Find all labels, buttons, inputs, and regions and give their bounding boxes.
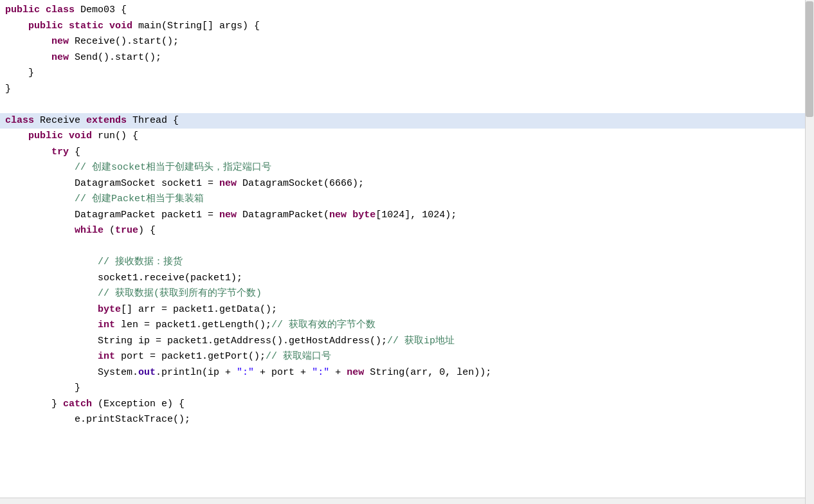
- code-area[interactable]: public class Demo03 { public static void…: [0, 0, 805, 504]
- plain-token: e.printStackTrace();: [5, 414, 190, 425]
- line-content: public static void main(String[] args) {: [0, 19, 260, 34]
- code-line: class Receive extends Thread {: [0, 113, 805, 129]
- comment-token: // 创建socket相当于创建码头，指定端口号: [5, 162, 271, 173]
- line-content: socket1.receive(packet1);: [0, 271, 242, 286]
- code-line: while (true) {: [0, 223, 805, 239]
- code-line: [0, 239, 805, 255]
- code-lines: public class Demo03 { public static void…: [0, 3, 805, 428]
- line-content: DatagramSocket socket1 = new DatagramSoc…: [0, 177, 364, 192]
- kw-token: public: [5, 4, 40, 15]
- kw-token: new: [347, 367, 364, 378]
- plain-token: len = packet1.getLength();: [115, 320, 271, 330]
- kw-token: new: [219, 178, 237, 189]
- kw-token: class: [5, 115, 34, 126]
- kw-token: int: [98, 351, 115, 362]
- line-content: // 创建Packet相当于集装箱: [0, 192, 204, 207]
- vertical-scrollbar[interactable]: [805, 0, 814, 504]
- line-content: }: [0, 381, 80, 396]
- plain-token: [5, 147, 51, 158]
- plain-token: (Exception e) {: [92, 399, 185, 410]
- kw-token: new: [329, 210, 347, 221]
- dot-out-token: out: [138, 367, 156, 378]
- code-line: int port = packet1.getPort();// 获取端口号: [0, 349, 805, 365]
- plain-token: ) {: [138, 225, 156, 236]
- plain-token: [5, 225, 75, 236]
- plain-token: [104, 21, 109, 32]
- kw-token: new: [51, 52, 69, 63]
- code-line: int len = packet1.getLength();// 获取有效的字节…: [0, 318, 805, 334]
- scrollbar-thumb[interactable]: [806, 1, 813, 117]
- plain-token: [5, 21, 28, 32]
- plain-token: {: [69, 147, 80, 158]
- kw-token: new: [51, 36, 69, 47]
- string-token: ":": [237, 367, 254, 378]
- kw-token: int: [98, 320, 115, 330]
- plain-token: [40, 4, 46, 15]
- plain-token: [63, 130, 69, 141]
- kw-token: public: [28, 130, 63, 141]
- code-line: }: [0, 381, 805, 397]
- line-content: public void run() {: [0, 129, 138, 144]
- plain-token: [5, 36, 51, 47]
- plain-token: DatagramSocket(6666);: [237, 178, 364, 189]
- plain-token: Send().start();: [69, 52, 161, 63]
- kw-token: static: [69, 21, 104, 32]
- code-line: }: [0, 82, 805, 98]
- line-content: System.out.println(ip + ":" + port + ":"…: [0, 366, 491, 381]
- plain-token: Receive().start();: [69, 36, 179, 47]
- plain-token: DatagramSocket socket1 =: [5, 178, 219, 189]
- line-content: try {: [0, 145, 80, 160]
- code-line: // 创建Packet相当于集装箱: [0, 192, 805, 208]
- plain-token: Demo03 {: [75, 4, 127, 15]
- code-line: e.printStackTrace();: [0, 412, 805, 428]
- line-content: class Receive extends Thread {: [0, 114, 179, 129]
- plain-token: String(arr, 0, len));: [364, 367, 491, 378]
- code-line: public static void main(String[] args) {: [0, 19, 805, 35]
- code-line: // 获取数据(获取到所有的字节个数): [0, 286, 805, 302]
- kw-token: catch: [63, 399, 92, 410]
- comment-token: // 获取端口号: [266, 351, 331, 362]
- kw-token: true: [115, 225, 138, 236]
- editor-container: public class Demo03 { public static void…: [0, 0, 814, 504]
- plain-token: [5, 52, 51, 63]
- code-line: byte[] arr = packet1.getData();: [0, 302, 805, 318]
- code-line: System.out.println(ip + ":" + port + ":"…: [0, 365, 805, 381]
- comment-token: // 接收数据：接货: [5, 256, 183, 267]
- plain-token: run() {: [92, 130, 138, 141]
- line-content: int port = packet1.getPort();// 获取端口号: [0, 350, 331, 364]
- line-content: new Send().start();: [0, 51, 161, 66]
- horizontal-scrollbar[interactable]: [0, 498, 805, 504]
- code-line: String ip = packet1.getAddress().getHost…: [0, 334, 805, 350]
- plain-token: }: [5, 399, 63, 410]
- kw-token: public: [28, 21, 63, 32]
- kw-token: try: [51, 147, 69, 158]
- plain-token: .println(ip +: [156, 367, 237, 378]
- plain-token: [5, 320, 98, 330]
- plain-token: DatagramPacket packet1 =: [5, 210, 219, 221]
- code-line: DatagramPacket packet1 = new DatagramPac…: [0, 208, 805, 224]
- plain-token: socket1.receive(packet1);: [5, 273, 242, 284]
- code-line: new Send().start();: [0, 50, 805, 66]
- line-content: byte[] arr = packet1.getData();: [0, 303, 277, 318]
- line-content: }: [0, 82, 11, 97]
- kw-token: void: [69, 130, 92, 141]
- line-content: [0, 240, 11, 255]
- plain-token: Thread {: [127, 115, 179, 126]
- line-content: int len = packet1.getLength();// 获取有效的字节…: [0, 318, 375, 333]
- kw2-token: extends: [86, 115, 127, 126]
- comment-token: // 获取数据(获取到所有的字节个数): [5, 288, 262, 299]
- plain-token: + port +: [254, 367, 312, 378]
- plain-token: [1024], 1024);: [375, 210, 457, 221]
- line-content: new Receive().start();: [0, 35, 179, 50]
- plain-token: Receive: [34, 115, 86, 126]
- code-line: new Receive().start();: [0, 34, 805, 50]
- plain-token: [5, 304, 98, 315]
- line-content: } catch (Exception e) {: [0, 397, 185, 412]
- string-token: ":": [312, 367, 329, 378]
- plain-token: [5, 130, 28, 141]
- code-line: DatagramSocket socket1 = new DatagramSoc…: [0, 176, 805, 192]
- plain-token: [] arr = packet1.getData();: [121, 304, 277, 315]
- plain-token: port = packet1.getPort();: [115, 351, 266, 362]
- line-content: // 获取数据(获取到所有的字节个数): [0, 287, 262, 302]
- plain-token: DatagramPacket(: [237, 210, 329, 221]
